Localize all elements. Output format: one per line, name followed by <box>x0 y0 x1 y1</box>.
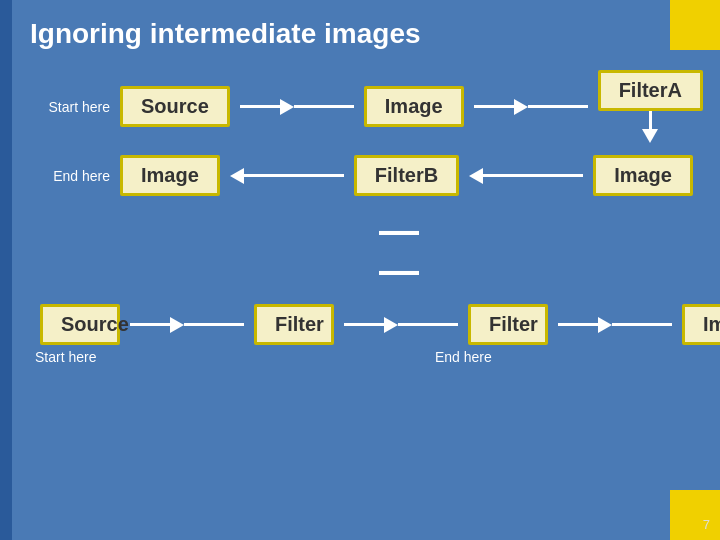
arrow-r1 <box>240 99 354 115</box>
bottom-diagram: Source Filter Filter Image Start here En… <box>30 304 720 365</box>
arrow-head2 <box>514 99 528 115</box>
arrow-r-head5 <box>598 317 612 333</box>
h-line7 <box>558 323 598 326</box>
arrow-l-head2 <box>469 168 483 184</box>
arrow-r-head4 <box>384 317 398 333</box>
arrow-r2 <box>474 99 588 115</box>
bottom-row: Source Filter Filter Image <box>30 304 720 345</box>
row1-label: Start here <box>40 99 110 115</box>
arrow-rb2 <box>344 317 458 333</box>
slide-title: Ignoring intermediate images <box>20 0 720 60</box>
box-image-end: Image <box>120 155 220 196</box>
arrow-l-head1 <box>230 168 244 184</box>
filterA-col: FilterA <box>598 70 703 143</box>
down-arrow-head <box>642 129 658 143</box>
box-source-bottom: Source <box>40 304 120 345</box>
arrow-l2 <box>469 168 583 184</box>
v-line <box>649 111 652 129</box>
h-line2 <box>474 105 514 108</box>
h-line5 <box>130 323 170 326</box>
box-image-bottom: Image <box>682 304 720 345</box>
top-diagram: Start here Source Image FilterA End here… <box>40 70 720 208</box>
arrow-l1 <box>230 168 344 184</box>
box-source: Source <box>120 86 230 127</box>
box-filterA: FilterA <box>598 70 703 111</box>
start-label: Start here <box>30 349 125 365</box>
top-row-2: End here Image FilterB Image <box>40 155 720 196</box>
box-image-2: Image <box>593 155 693 196</box>
box-filterB: FilterB <box>354 155 459 196</box>
slide-content: Ignoring intermediate images Start here … <box>20 0 720 540</box>
h-line6 <box>344 323 384 326</box>
equals-row: —— <box>80 210 720 290</box>
box-filter-1: Filter <box>254 304 334 345</box>
box-image-1: Image <box>364 86 464 127</box>
page-number: 7 <box>703 517 710 532</box>
h-line4 <box>483 174 523 177</box>
arrow-r-head3 <box>170 317 184 333</box>
h-line3 <box>244 174 284 177</box>
arrow-rb3 <box>558 317 672 333</box>
bottom-labels: Start here End here <box>30 349 720 365</box>
h-line <box>240 105 280 108</box>
top-row-1: Start here Source Image FilterA <box>40 70 720 143</box>
left-accent <box>0 0 12 540</box>
box-filter-2: Filter <box>468 304 548 345</box>
row2-label: End here <box>40 168 110 184</box>
arrow-head <box>280 99 294 115</box>
equals-sign: —— <box>379 210 421 290</box>
arrow-rb1 <box>130 317 244 333</box>
end-label: End here <box>435 349 552 365</box>
